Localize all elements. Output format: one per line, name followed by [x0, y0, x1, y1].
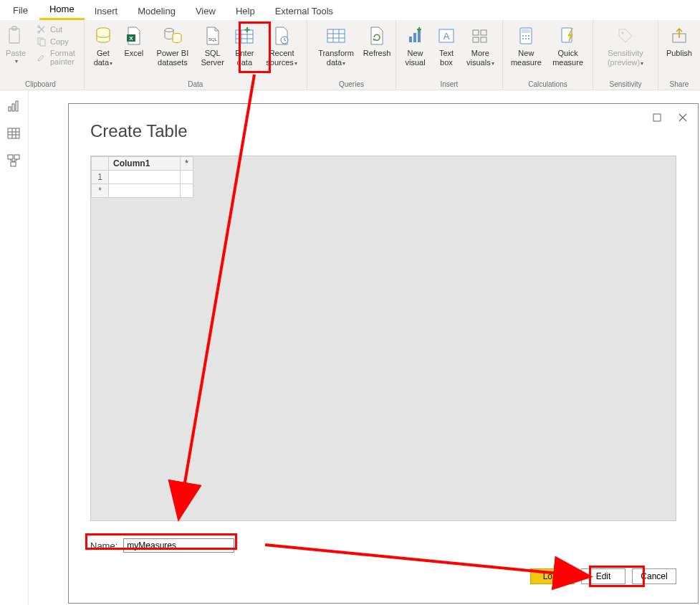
copy-label: Copy: [50, 37, 69, 46]
svg-rect-51: [8, 155, 13, 159]
load-button[interactable]: Load: [530, 568, 575, 584]
name-label: Name:: [90, 540, 118, 551]
svg-point-38: [525, 38, 527, 39]
copy-button[interactable]: Copy: [34, 36, 78, 47]
svg-rect-12: [236, 30, 253, 43]
calculator-icon: [514, 24, 537, 47]
report-view-icon[interactable]: [6, 99, 22, 115]
text-box-button[interactable]: A Text box: [432, 22, 461, 67]
group-clipboard: Paste ▾ Cut Copy Format painter Clipboar…: [0, 20, 85, 90]
edit-button[interactable]: Edit: [581, 568, 625, 584]
svg-rect-53: [11, 162, 16, 166]
column-header[interactable]: Column1: [109, 157, 181, 171]
more-visuals-label: More visuals: [466, 49, 491, 67]
close-button[interactable]: [673, 110, 692, 125]
excel-button[interactable]: X Excel: [120, 22, 148, 58]
group-label-queries: Queries: [339, 80, 364, 88]
group-label-sensitivity: Sensitivity: [610, 80, 642, 88]
svg-rect-30: [473, 37, 479, 42]
sql-server-button[interactable]: SQL SQL Server: [197, 22, 228, 67]
recent-sources-button[interactable]: Recent sources ▾: [261, 22, 302, 67]
transform-data-button[interactable]: Transform data ▾: [312, 22, 360, 67]
svg-rect-33: [522, 29, 530, 33]
chevron-down-icon: ▾: [342, 60, 345, 67]
sql-label: SQL Server: [201, 49, 224, 67]
cell-star-1[interactable]: [109, 184, 181, 198]
get-data-button[interactable]: Get data ▾: [89, 22, 118, 67]
tab-home[interactable]: Home: [39, 0, 85, 20]
group-label-clipboard: Clipboard: [25, 80, 56, 88]
cell-1-star[interactable]: [181, 171, 193, 184]
data-grid-table: Column1 * 1 *: [91, 156, 193, 198]
svg-rect-54: [653, 114, 661, 121]
add-row-cell[interactable]: *: [92, 184, 109, 198]
model-view-icon[interactable]: [6, 153, 22, 169]
tab-insert[interactable]: Insert: [85, 1, 128, 20]
publish-icon: [668, 24, 691, 47]
svg-rect-5: [40, 39, 45, 46]
svg-point-35: [525, 35, 527, 37]
cell-1-1[interactable]: [109, 171, 181, 184]
quick-calc-icon: [557, 24, 580, 47]
tab-modeling[interactable]: Modeling: [128, 1, 186, 20]
quick-measure-label: Quick measure: [551, 49, 585, 67]
group-sensitivity: Sensitivity (preview) ▾ Sensitivity: [593, 20, 658, 90]
maximize-button[interactable]: [648, 110, 666, 125]
svg-point-36: [528, 35, 529, 37]
enter-data-icon: [233, 24, 256, 47]
cut-button[interactable]: Cut: [34, 24, 78, 35]
row-header-1: 1: [92, 171, 109, 184]
group-label-share: Share: [670, 80, 689, 88]
get-data-label: Get data: [94, 49, 110, 67]
svg-rect-24: [413, 33, 416, 42]
new-visual-button[interactable]: New visual: [401, 22, 430, 67]
ribbon-tabs: File Home Insert Modeling View Help Exte…: [0, 0, 700, 20]
group-insert: New visual A Text box More visuals ▾ Ins…: [396, 20, 503, 90]
svg-rect-45: [16, 101, 18, 111]
paste-icon: [4, 24, 27, 47]
svg-rect-44: [12, 104, 14, 111]
more-visuals-button[interactable]: More visuals ▾: [463, 22, 498, 67]
paste-button[interactable]: Paste ▾: [1, 22, 30, 65]
excel-icon: X: [123, 24, 145, 47]
refresh-label: Refresh: [363, 49, 391, 58]
tab-external-tools[interactable]: External Tools: [265, 1, 343, 20]
quick-measure-button[interactable]: Quick measure: [547, 22, 588, 67]
tab-help[interactable]: Help: [226, 1, 265, 20]
refresh-icon: [365, 24, 388, 47]
brush-icon: [37, 52, 47, 62]
tab-file[interactable]: File: [1, 1, 39, 20]
svg-rect-43: [9, 107, 11, 111]
publish-button[interactable]: Publish: [663, 22, 696, 58]
add-column-cell[interactable]: *: [181, 157, 193, 171]
data-grid[interactable]: Column1 * 1 *: [90, 156, 676, 521]
more-visuals-icon: [469, 24, 492, 47]
sensitivity-button[interactable]: Sensitivity (preview) ▾: [598, 22, 653, 67]
enter-data-button[interactable]: Enter data: [230, 22, 259, 67]
paste-label: Paste: [6, 49, 26, 58]
data-view-icon[interactable]: [6, 126, 22, 142]
group-share: Publish Share: [658, 20, 700, 90]
excel-label: Excel: [124, 49, 143, 58]
publish-label: Publish: [666, 49, 692, 58]
powerbi-datasets-button[interactable]: Power BI datasets: [150, 22, 195, 67]
tab-view[interactable]: View: [186, 1, 226, 20]
group-calculations: New measure Quick measure Calculations: [503, 20, 594, 90]
svg-rect-0: [9, 29, 19, 43]
cell-star-star[interactable]: [181, 184, 193, 198]
format-painter-button[interactable]: Format painter: [34, 48, 78, 67]
group-label-calc: Calculations: [528, 80, 567, 88]
cancel-button[interactable]: Cancel: [632, 568, 676, 584]
copy-icon: [37, 37, 47, 47]
group-queries: Transform data ▾ Refresh Queries: [307, 20, 396, 90]
table-name-input[interactable]: [123, 538, 234, 553]
new-measure-label: New measure: [511, 49, 542, 67]
new-visual-label: New visual: [404, 49, 426, 67]
svg-point-9: [165, 29, 173, 32]
chevron-down-icon: ▾: [294, 60, 297, 67]
refresh-button[interactable]: Refresh: [363, 22, 391, 58]
view-sidebar: [0, 90, 29, 605]
cut-label: Cut: [50, 25, 62, 34]
svg-rect-31: [481, 37, 486, 42]
new-measure-button[interactable]: New measure: [507, 22, 545, 67]
